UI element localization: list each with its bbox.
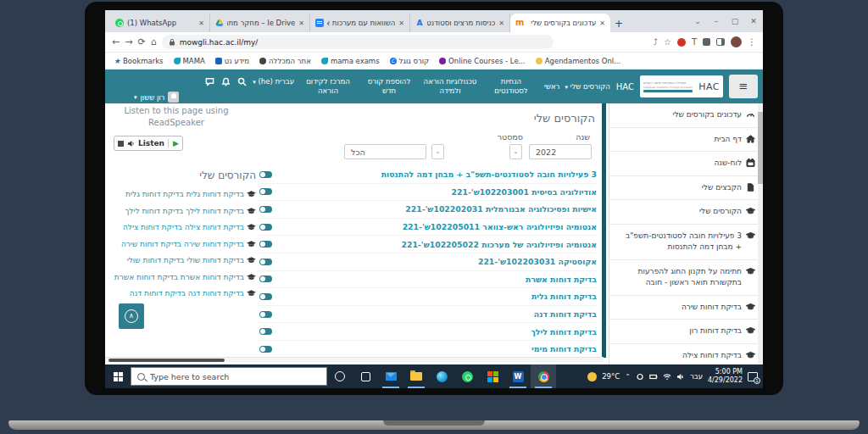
course-link[interactable]: בדיקת דוחות מימי: [531, 344, 597, 353]
visibility-toggle[interactable]: [259, 171, 272, 178]
bookmark-google-course[interactable]: Cקורס גוגל: [390, 57, 430, 65]
course-link[interactable]: 3 פעילויות חובה לסטודנטים-תשפ"ב + מבחן ד…: [381, 170, 597, 179]
wifi-icon[interactable]: [663, 373, 671, 381]
horizontal-scrollbar-thumb[interactable]: [108, 359, 225, 362]
clock[interactable]: 5:00 PM 4/29/2022: [708, 368, 743, 385]
visibility-toggle[interactable]: [259, 224, 272, 231]
course-link[interactable]: בדיקת דוחות אשרת: [526, 275, 597, 284]
drawer-item-home[interactable]: דף הבית: [609, 128, 763, 153]
t-extension-icon[interactable]: T: [692, 37, 697, 47]
show-hidden-icons-chevron[interactable]: ⌃: [625, 373, 631, 381]
new-tab-button[interactable]: [610, 15, 627, 32]
action-center-icon[interactable]: 1: [748, 372, 758, 381]
bookmark-meidanet[interactable]: מידע נט: [215, 57, 249, 65]
share-icon[interactable]: ⤴: [654, 37, 658, 47]
course-link[interactable]: בדיקת דוחות לילך: [531, 327, 598, 337]
chrome-app[interactable]: [531, 364, 556, 388]
volume-icon[interactable]: [676, 373, 685, 381]
store-app[interactable]: [480, 364, 505, 388]
tab-moodle-active[interactable]: m עדכונים בקורסים שלי: [510, 14, 610, 32]
course-link[interactable]: אודיולוגיה בסיסית 102203001ש'-221: [452, 187, 597, 197]
drawer-item-my-courses[interactable]: הקורסים שלי: [609, 200, 763, 225]
content-scrollbar[interactable]: [602, 103, 606, 358]
nav-teaching-center[interactable]: המרכז לקידום הוראה: [300, 77, 356, 95]
drawer-item-course[interactable]: 3 פעילויות חובה לסטודנטים-תשפ"ב + מבחן ד…: [609, 225, 763, 260]
scroll-to-top-button[interactable]: [119, 303, 144, 329]
user-menu[interactable]: רון ששון ▾: [134, 92, 179, 103]
nav-student-guidelines[interactable]: הנחיות לסטודנטים: [483, 77, 539, 95]
tab-google-drive[interactable]: le Drive – מחקר מתחרים: [210, 14, 310, 32]
tab-close-icon[interactable]: [198, 19, 204, 27]
course-link[interactable]: בדיקת דוחות דנה: [534, 309, 597, 319]
course-link[interactable]: בדיקת דוחות גלית: [531, 292, 597, 301]
visibility-toggle[interactable]: [259, 293, 272, 300]
nav-my-courses[interactable]: הקורסים שלי ▾: [565, 82, 609, 92]
tab-analytics[interactable]: A כניסות מרצים וסטודנטים: [410, 14, 510, 32]
nav-home[interactable]: ראשי: [544, 82, 559, 92]
visibility-toggle[interactable]: [259, 311, 272, 318]
weather-icon[interactable]: [587, 372, 597, 381]
task-view-button[interactable]: [353, 364, 378, 388]
forward-button[interactable]: →: [125, 36, 132, 47]
menu-dots-icon[interactable]: ⋮: [748, 37, 756, 47]
search-icon[interactable]: [237, 77, 247, 86]
visibility-toggle[interactable]: [259, 206, 272, 213]
drawer-scrollbar-thumb[interactable]: [758, 112, 763, 184]
hac-logo[interactable]: המכללה האקדמית הדסה ירושלים Hadassah Aca…: [640, 75, 723, 97]
drawer-item-calendar[interactable]: לוח-שנה: [609, 152, 763, 176]
bookmark-folder[interactable]: Bookmarks: [114, 57, 164, 65]
course-link[interactable]: אקוסטיקה 102203031ש'-221: [478, 257, 597, 266]
readspeaker-listen-button[interactable]: Listen: [114, 136, 183, 151]
left-course-link[interactable]: בדיקת דוחות דנה בדיקת דוחות דנה: [110, 288, 256, 300]
whatsapp-app[interactable]: [454, 364, 480, 388]
adblock-extension-icon[interactable]: [677, 38, 686, 47]
nav-add-course[interactable]: להוספת קורס חדש: [361, 77, 417, 95]
reload-button[interactable]: ⟳: [137, 36, 145, 47]
left-course-link[interactable]: בדיקת דוחות גלית בדיקת דוחות גלית: [110, 189, 256, 201]
drawer-item-files[interactable]: הקבצים שלי: [609, 176, 763, 201]
course-link[interactable]: אנטומיה ופיזיולוגיה של מערכות 102205022ש…: [402, 240, 598, 249]
left-course-link[interactable]: בדיקת דוחות לילך בדיקת דוחות לילך: [110, 206, 256, 218]
year-select[interactable]: 2022: [529, 144, 592, 159]
drawer-scrollbar[interactable]: [758, 103, 763, 364]
address-bar[interactable]: mowgli.hac.ac.il/my/: [162, 35, 554, 49]
mail-app[interactable]: [378, 364, 403, 388]
bookmark-agendamentos[interactable]: Agendamentos Onl...: [536, 57, 621, 65]
visibility-toggle[interactable]: [259, 259, 272, 265]
drawer-item-course[interactable]: בדיקת דוחות שירה: [609, 296, 763, 320]
bookmark-mama[interactable]: MAMA: [174, 57, 205, 65]
file-explorer-app[interactable]: [403, 364, 429, 388]
semester-select-caret[interactable]: [431, 144, 444, 159]
start-button[interactable]: [105, 372, 131, 381]
visibility-toggle[interactable]: [259, 328, 272, 335]
keyboard-language[interactable]: עבר: [690, 372, 703, 381]
tab-close-icon[interactable]: [398, 19, 404, 27]
edge-app[interactable]: [429, 364, 454, 388]
semester-select[interactable]: הכל: [344, 144, 426, 159]
horizontal-scrollbar[interactable]: [105, 357, 604, 362]
tab-close-icon[interactable]: [599, 19, 605, 27]
left-course-link[interactable]: בדיקת דוחות שולי בדיקת דוחות שולי: [110, 255, 256, 267]
visibility-toggle[interactable]: [259, 241, 272, 248]
visibility-toggle[interactable]: [259, 188, 272, 195]
left-course-link[interactable]: בדיקת דוחות אשרת בדיקת דוחות אשרת: [110, 272, 256, 284]
language-selector[interactable]: עברית (he) ▾: [253, 77, 294, 86]
bookmark-college-site[interactable]: אתר המכללה: [259, 57, 311, 65]
word-app[interactable]: W: [505, 364, 531, 388]
play-icon[interactable]: [168, 139, 179, 147]
temperature[interactable]: 29°C: [602, 372, 620, 381]
bookmark-mama-exams[interactable]: mama exams: [321, 57, 380, 65]
taskbar-search-box[interactable]: Type here to search: [131, 367, 327, 386]
window-minimize-button[interactable]: –: [707, 17, 726, 25]
bookmark-star-icon[interactable]: ☆: [664, 37, 671, 47]
tab-whatsapp[interactable]: (1) WhatsApp: [110, 14, 210, 32]
left-course-link[interactable]: בדיקת דוחות צילה בדיקת דוחות צילה: [110, 222, 256, 234]
battery-icon[interactable]: [649, 373, 658, 381]
course-link[interactable]: אישיות ופסיכולוגיה אבנורמלית 102202031ש'…: [405, 204, 597, 214]
window-close-button[interactable]: ✕: [744, 17, 763, 25]
onedrive-icon[interactable]: [636, 373, 644, 381]
back-button[interactable]: ←: [112, 36, 120, 47]
drawer-item-course[interactable]: בדיקת דוחות רון: [609, 320, 763, 344]
cortana-button[interactable]: [327, 364, 353, 388]
chat-icon[interactable]: [205, 77, 214, 86]
